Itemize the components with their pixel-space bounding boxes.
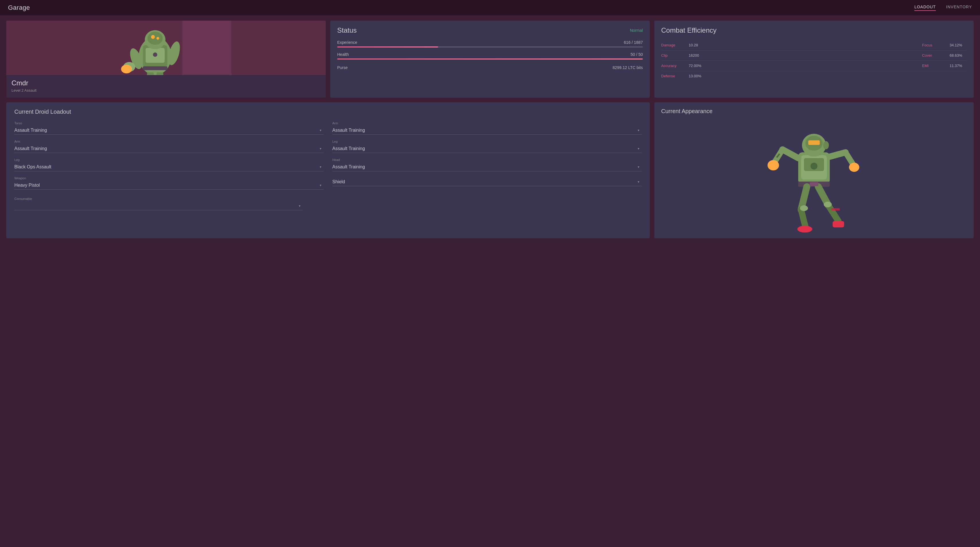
status-title: Status (337, 26, 357, 34)
weapon-select[interactable]: Heavy Pistol Rifle Shotgun (14, 181, 324, 190)
combat-row-2: Clip 16200 Cover 68.63% (661, 51, 967, 61)
status-header: Status Normal (337, 26, 643, 34)
svg-point-7 (151, 35, 155, 39)
appearance-image (661, 124, 967, 233)
leg-left-select-wrapper: Assault Training Black Ops Assault Heavy… (14, 163, 324, 171)
health-value: 50 / 50 (630, 52, 643, 57)
arm-left-select[interactable]: Assault Training Black Ops Assault Heavy… (14, 144, 324, 153)
svg-line-34 (801, 209, 805, 227)
svg-rect-12 (147, 73, 154, 75)
experience-row: Experience 616 / 1887 (337, 40, 643, 48)
main-content: Cmdr Level 2 Assault Status Normal Exper… (0, 16, 980, 243)
nav-loadout[interactable]: LOADOUT (914, 5, 936, 11)
head-select[interactable]: Assault Training Black Ops Assault Heavy… (332, 163, 642, 171)
accuracy-label: Accuracy (661, 63, 684, 68)
profile-card: Cmdr Level 2 Assault (6, 21, 326, 98)
leg-left-select[interactable]: Assault Training Black Ops Assault Heavy… (14, 163, 324, 171)
leg-right-select-wrapper: Assault Training Black Ops Assault Heavy… (332, 144, 642, 153)
profile-info: Cmdr Level 2 Assault (6, 75, 326, 98)
arm-left-select-wrapper: Assault Training Black Ops Assault Heavy… (14, 144, 324, 153)
droid-appearance-svg (661, 124, 967, 233)
leg-right-label: Leg (332, 140, 642, 143)
leg-left-label: Leg (14, 158, 324, 162)
svg-point-31 (849, 163, 859, 172)
appearance-section: Current Appearance (654, 102, 974, 238)
nav-inventory[interactable]: INVENTORY (946, 5, 972, 11)
accuracy-value: 72.00% (689, 63, 706, 68)
experience-label: Experience (337, 40, 357, 45)
svg-rect-24 (808, 140, 820, 145)
weapon-label: Weapon (14, 176, 324, 180)
status-badge: Normal (630, 28, 643, 33)
torso-select-wrapper: Assault Training Black Ops Assault Heavy… (14, 126, 324, 135)
combat-card: Combat Efficiency Damage 10.28 Focus 34.… (654, 21, 974, 98)
torso-label: Torso (14, 121, 324, 125)
arm-left-label: Arm (14, 140, 324, 143)
svg-rect-38 (833, 221, 844, 227)
head-select-wrapper: Assault Training Black Ops Assault Heavy… (332, 163, 642, 171)
shield-group: Shield None Energy Shield ▾ (332, 176, 642, 191)
cover-label: Cover (922, 53, 945, 57)
purse-row: Purse 8299.12 LTC bits (337, 64, 643, 70)
svg-point-40 (824, 201, 832, 207)
svg-point-21 (811, 163, 818, 170)
combat-row-1: Damage 10.28 Focus 34.12% (661, 40, 967, 51)
svg-point-14 (121, 65, 132, 73)
consumable-group: Consumable Health Pack Stimulant ▾ (14, 197, 303, 211)
consumable-label: Consumable (14, 197, 303, 200)
defense-label: Defense (661, 74, 684, 78)
svg-point-25 (823, 141, 829, 149)
damage-label: Damage (661, 43, 684, 47)
droid-illustration-top (6, 21, 326, 75)
emi-value: 11.37% (950, 63, 967, 68)
svg-rect-1 (182, 21, 231, 75)
svg-point-6 (147, 32, 162, 45)
svg-rect-43 (831, 208, 840, 211)
defense-value: 13.00% (689, 74, 706, 78)
arm-right-select[interactable]: Assault Training Black Ops Assault Heavy… (332, 126, 642, 135)
status-card: Status Normal Experience 616 / 1887 Heal… (330, 21, 650, 98)
svg-point-35 (797, 226, 812, 233)
consumable-select[interactable]: Health Pack Stimulant (14, 201, 303, 210)
shield-select[interactable]: Shield None Energy Shield (332, 178, 642, 186)
profile-name: Cmdr (11, 79, 321, 87)
combat-header: Combat Efficiency (661, 26, 967, 34)
weapon-select-wrapper: Heavy Pistol Rifle Shotgun ▾ (14, 181, 324, 190)
combat-stats-table: Damage 10.28 Focus 34.12% Clip 16200 Cov… (661, 40, 967, 81)
clip-value: 16200 (689, 53, 706, 57)
experience-value: 616 / 1887 (624, 40, 643, 45)
head-label: Head (332, 158, 642, 162)
clip-label: Clip (661, 53, 684, 57)
cover-value: 68.63% (950, 53, 967, 57)
arm-right-group: Arm Assault Training Black Ops Assault H… (332, 121, 642, 136)
purse-label: Purse (337, 65, 348, 70)
svg-point-39 (800, 205, 808, 211)
torso-select[interactable]: Assault Training Black Ops Assault Heavy… (14, 126, 324, 135)
loadout-section: Current Droid Loadout Torso Assault Trai… (6, 102, 650, 238)
nav-links: LOADOUT INVENTORY (914, 5, 972, 11)
profile-image (6, 21, 326, 75)
svg-rect-15 (143, 67, 167, 70)
damage-value: 10.28 (689, 43, 706, 47)
health-bar (337, 59, 643, 60)
svg-rect-42 (810, 182, 818, 186)
svg-rect-13 (156, 73, 164, 75)
health-bar-fill (337, 59, 643, 60)
arm-right-label: Arm (332, 121, 642, 125)
profile-level: Level 2 Assault (11, 88, 321, 92)
svg-point-16 (153, 52, 157, 57)
weapon-group: Weapon Heavy Pistol Rifle Shotgun ▾ (14, 176, 324, 191)
arm-left-group: Arm Assault Training Black Ops Assault H… (14, 140, 324, 154)
loadout-grid: Torso Assault Training Black Ops Assault… (14, 121, 642, 191)
health-row: Health 50 / 50 (337, 52, 643, 60)
focus-value: 34.12% (950, 43, 967, 47)
emi-label: EMI (922, 63, 945, 68)
health-label: Health (337, 52, 348, 57)
svg-point-8 (156, 37, 159, 40)
leg-right-group: Leg Assault Training Black Ops Assault H… (332, 140, 642, 154)
appearance-title: Current Appearance (661, 108, 967, 114)
svg-point-28 (768, 160, 779, 170)
leg-right-select[interactable]: Assault Training Black Ops Assault Heavy… (332, 144, 642, 153)
arm-right-select-wrapper: Assault Training Black Ops Assault Heavy… (332, 126, 642, 135)
loadout-title: Current Droid Loadout (14, 109, 642, 115)
